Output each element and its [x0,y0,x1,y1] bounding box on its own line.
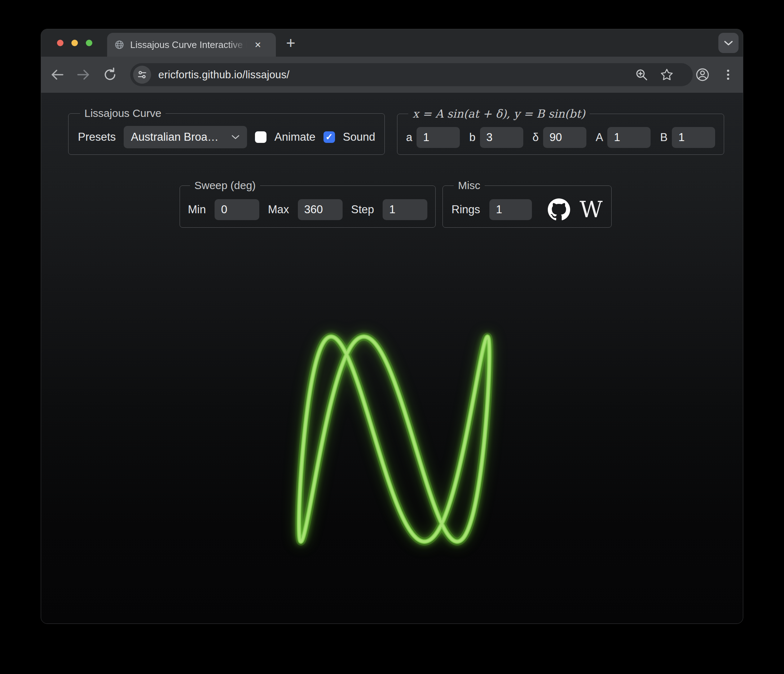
star-icon [659,67,674,82]
misc-legend: Misc [454,179,485,192]
close-window-button[interactable] [57,40,64,46]
tab-title: Lissajous Curve Interactive De [130,39,249,50]
param-a-label: a [406,131,412,144]
equation-fieldset: x = A sin(at + δ), y = B sin(bt) a 1 b 3… [397,107,724,155]
lissajous-fieldset: Lissajous Curve Presets Australian Broa…… [68,107,385,155]
reload-icon [102,67,118,83]
sweep-legend: Sweep (deg) [190,179,260,192]
min-input[interactable]: 0 [215,199,259,220]
menu-button[interactable] [720,67,736,83]
zoom-page-button[interactable] [634,67,650,83]
reload-button[interactable] [102,67,118,83]
param-B-input[interactable]: 1 [672,127,715,148]
chevron-down-icon [723,40,734,46]
animate-label: Animate [274,131,316,144]
tab-search-button[interactable] [719,33,739,53]
tab-strip: Lissajous Curve Interactive De × + [41,29,743,57]
presets-label: Presets [78,131,116,144]
select-chevron-icon [231,134,240,140]
browser-window: Lissajous Curve Interactive De × + [41,29,743,624]
param-b-input[interactable]: 3 [480,127,523,148]
lissajous-canvas [264,298,524,580]
preset-selected-value: Australian Broa… [131,131,219,144]
minimize-window-button[interactable] [72,40,78,46]
profile-button[interactable] [695,67,711,83]
min-label: Min [188,203,206,216]
param-delta-label: δ [533,131,539,144]
forward-button[interactable] [75,67,91,83]
github-link[interactable] [548,198,570,221]
globe-favicon-icon [114,40,124,50]
presets-select[interactable]: Australian Broa… [124,126,247,148]
new-tab-button[interactable]: + [282,34,299,51]
sound-label: Sound [343,131,375,144]
param-A-label: A [596,131,604,144]
profile-icon [695,67,711,83]
three-dot-menu-icon [720,67,736,83]
github-icon [548,198,570,221]
rings-label: Rings [451,203,480,216]
tab-close-button[interactable]: × [250,37,265,52]
equation-legend: x = A sin(at + δ), y = B sin(bt) [408,107,590,120]
site-settings-button[interactable] [133,66,151,84]
zoom-window-button[interactable] [86,40,92,46]
browser-toolbar: ericfortis.github.io/lissajous/ [41,57,743,93]
param-a-input[interactable]: 1 [417,127,460,148]
page-content: Lissajous Curve Presets Australian Broa…… [41,93,743,624]
sound-checkbox[interactable]: ✓ [324,131,335,143]
misc-fieldset: Misc Rings 1 W [442,179,611,228]
param-b-label: b [469,131,475,144]
max-input[interactable]: 360 [298,199,342,220]
param-delta-input[interactable]: 90 [543,127,586,148]
max-label: Max [268,203,289,216]
bookmark-star-button[interactable] [659,67,675,83]
param-A-input[interactable]: 1 [607,127,650,148]
omnibox[interactable]: ericfortis.github.io/lissajous/ [130,63,693,86]
url-text: ericfortis.github.io/lissajous/ [158,63,289,86]
step-input[interactable]: 1 [383,199,427,220]
wikipedia-link[interactable]: W [580,198,603,221]
magnifier-plus-icon [634,67,649,82]
param-B-label: B [660,131,667,144]
back-arrow-icon [50,67,65,83]
step-label: Step [351,203,374,216]
forward-arrow-icon [75,67,91,83]
back-button[interactable] [50,67,65,83]
animate-checkbox[interactable] [255,131,266,143]
rings-input[interactable]: 1 [489,199,532,220]
sweep-fieldset: Sweep (deg) Min 0 Max 360 Step 1 [180,179,436,228]
tune-icon [137,69,148,80]
browser-tab[interactable]: Lissajous Curve Interactive De × [107,33,276,57]
lissajous-legend: Lissajous Curve [80,107,165,119]
